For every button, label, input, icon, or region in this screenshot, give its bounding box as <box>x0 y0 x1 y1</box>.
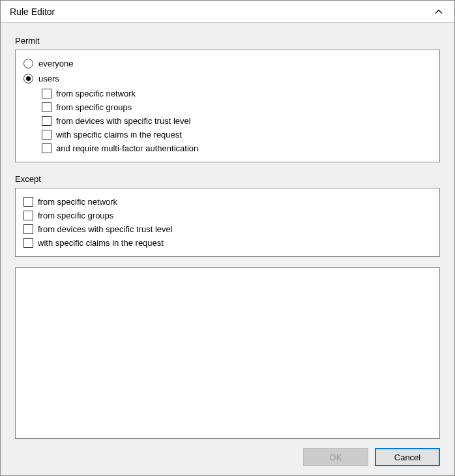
check-label: with specific claims in the request <box>56 130 182 140</box>
checkbox-except-groups[interactable] <box>23 211 33 220</box>
collapse-button[interactable] <box>430 4 448 20</box>
radio-everyone[interactable] <box>23 59 33 68</box>
ok-button: OK <box>303 448 368 466</box>
check-label: from specific groups <box>38 211 113 220</box>
check-label: from specific network <box>56 89 136 98</box>
check-label: and require multi-factor authentication <box>56 143 198 153</box>
permit-check-row: from specific network <box>23 87 432 100</box>
radio-everyone-row: everyone <box>23 57 432 70</box>
check-label: from specific network <box>38 197 117 207</box>
except-panel: from specific network from specific grou… <box>15 188 440 257</box>
check-label: from devices with specific trust level <box>38 224 173 234</box>
checkbox-devices-trust-level[interactable] <box>42 116 51 126</box>
except-check-row: from specific groups <box>23 209 432 222</box>
dialog-body: Permit everyone users from specific netw… <box>1 23 454 475</box>
checkbox-except-trust-level[interactable] <box>23 224 33 234</box>
checkbox-except-claims[interactable] <box>23 238 33 248</box>
except-check-row: with specific claims in the request <box>23 236 432 249</box>
permit-check-row: with specific claims in the request <box>23 128 432 141</box>
radio-everyone-label: everyone <box>38 59 73 68</box>
check-label: from devices with specific trust level <box>56 116 191 126</box>
checkbox-except-network[interactable] <box>23 197 33 207</box>
radio-users[interactable] <box>23 74 33 83</box>
permit-panel: everyone users from specific network fro… <box>15 50 440 162</box>
check-label: with specific claims in the request <box>38 238 164 248</box>
permit-label: Permit <box>15 36 440 46</box>
permit-check-row: from specific groups <box>23 100 432 113</box>
checkbox-specific-claims[interactable] <box>42 130 51 140</box>
checkbox-from-specific-network[interactable] <box>42 89 51 98</box>
cancel-button[interactable]: Cancel <box>375 448 440 466</box>
permit-check-row: and require multi-factor authentication <box>23 141 432 155</box>
except-label: Except <box>15 174 440 184</box>
details-panel <box>15 267 440 439</box>
rule-editor-window: Rule Editor Permit everyone users from s… <box>0 0 455 476</box>
radio-users-label: users <box>38 74 59 83</box>
except-check-row: from specific network <box>23 195 432 208</box>
titlebar: Rule Editor <box>1 1 454 23</box>
checkbox-from-specific-groups[interactable] <box>42 102 51 112</box>
checkbox-require-mfa[interactable] <box>42 143 51 153</box>
permit-check-row: from devices with specific trust level <box>23 114 432 127</box>
window-title: Rule Editor <box>10 7 55 17</box>
radio-users-row: users <box>23 72 432 85</box>
dialog-footer: OK Cancel <box>15 439 440 466</box>
chevron-up-icon <box>434 7 443 16</box>
radio-selected-dot <box>26 76 31 81</box>
except-check-row: from devices with specific trust level <box>23 222 432 235</box>
check-label: from specific groups <box>56 102 132 112</box>
